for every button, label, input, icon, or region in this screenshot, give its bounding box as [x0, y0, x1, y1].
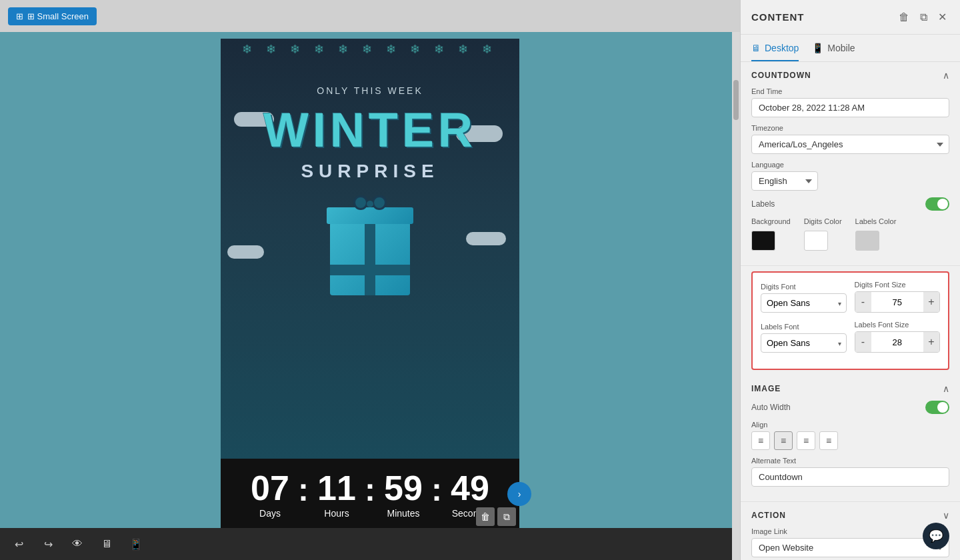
labels-font-label: Labels Font [761, 323, 847, 331]
undo-button[interactable]: ↩ [8, 533, 29, 555]
cloud-right-bottom [466, 232, 506, 245]
digits-font-size-increment[interactable]: + [923, 292, 939, 312]
bow-left [353, 195, 368, 210]
action-chevron-icon[interactable]: ∨ [943, 510, 949, 521]
align-row: Align ≡ ≡ ≡ ≡ [751, 421, 949, 450]
align-right-button[interactable]: ≡ [797, 431, 815, 450]
labels-font-size-col: Labels Font Size - 28 + [855, 321, 941, 353]
labels-font-size-value: 28 [871, 337, 924, 347]
duplicate-button[interactable]: ⧉ [497, 507, 516, 526]
tab-desktop[interactable]: 🖥 Desktop [751, 43, 799, 61]
small-screen-label: ⊞ Small Screen [27, 11, 89, 21]
mobile-view-button[interactable]: 📱 [125, 533, 147, 555]
countdown-bar: 07 Days : 11 Hours : 59 Minutes : 49 Sec… [221, 459, 519, 529]
image-section: IMAGE ∧ Auto Width Align ≡ ≡ ≡ ≡ Al [741, 375, 960, 502]
font-section: Digits Font Open Sans ▾ Digits Font Size… [751, 271, 949, 370]
small-screen-button[interactable]: ⊞ ⊞ Small Screen [8, 7, 97, 25]
mobile-tab-label: Mobile [827, 43, 855, 53]
labels-toggle[interactable] [925, 197, 949, 211]
small-screen-icon: ⊞ [16, 11, 23, 21]
countdown-days: 07 Days [243, 471, 297, 519]
font-section-wrapper: Digits Font Open Sans ▾ Digits Font Size… [741, 266, 960, 375]
gift-bow [353, 195, 387, 215]
gift-body [330, 222, 410, 295]
digits-font-size-label: Digits Font Size [855, 281, 941, 289]
close-panel-button[interactable]: ✕ [935, 9, 949, 25]
scroll-indicator[interactable]: › [507, 482, 531, 506]
align-justify-button[interactable]: ≡ [819, 431, 838, 450]
canvas-area: ONLY THIS WEEK WINTER SURPRISE [0, 32, 740, 560]
image-section-header: IMAGE ∧ [751, 383, 949, 394]
labels-font-select-wrap: Open Sans ▾ [761, 333, 847, 353]
days-label: Days [259, 508, 281, 519]
timezone-select[interactable]: America/Los_Angeles [751, 135, 949, 154]
align-center-button[interactable]: ≡ [774, 431, 793, 450]
chat-bubble-button[interactable]: 💬 [923, 523, 949, 549]
countdown-section-title: COUNTDOWN [751, 71, 811, 80]
seconds-digit: 49 [451, 471, 489, 505]
image-link-select[interactable]: Open Website [751, 538, 949, 557]
labels-font-col: Labels Font Open Sans ▾ [761, 323, 847, 353]
countdown-numbers: 07 Days : 11 Hours : 59 Minutes : 49 Sec… [234, 471, 506, 519]
digits-font-select-wrap: Open Sans ▾ [761, 293, 847, 313]
end-time-row: End Time [751, 87, 949, 117]
background-color-field: Background [751, 217, 791, 251]
duplicate-panel-button[interactable]: ⧉ [917, 10, 930, 25]
labels-color-label: Labels Color [855, 217, 897, 225]
align-left-button[interactable]: ≡ [751, 431, 770, 450]
panel-content: COUNTDOWN ∧ End Time Timezone America/Lo… [741, 62, 960, 560]
image-chevron-icon[interactable]: ∧ [943, 383, 949, 394]
language-label: Language [751, 161, 949, 169]
end-time-input[interactable] [751, 98, 949, 117]
digits-font-size-decrement[interactable]: - [855, 292, 871, 312]
redo-button[interactable]: ↪ [37, 533, 59, 555]
right-panel: CONTENT 🗑 ⧉ ✕ 🖥 Desktop 📱 Mobile COUNTDO… [740, 0, 960, 560]
timezone-label: Timezone [751, 124, 949, 132]
snowflake-decoration [221, 39, 519, 92]
countdown-chevron-icon[interactable]: ∧ [943, 70, 949, 81]
winter-text: WINTER [263, 103, 477, 157]
top-bar: ⊞ ⊞ Small Screen [0, 0, 740, 32]
separator-2: : [365, 471, 375, 519]
bottom-toolbar: ↩ ↪ 👁 🖥 📱 [0, 528, 740, 560]
digits-font-select[interactable]: Open Sans [761, 293, 847, 313]
digits-color-swatch[interactable] [804, 231, 828, 251]
digits-color-field: Digits Color [804, 217, 842, 251]
minutes-digit: 59 [384, 471, 423, 505]
labels-font-select[interactable]: Open Sans [761, 333, 847, 353]
digits-font-row: Digits Font Open Sans ▾ Digits Font Size… [761, 281, 940, 313]
auto-width-toggle[interactable] [925, 401, 949, 414]
countdown-hours: 11 Hours [310, 471, 363, 519]
panel-scroll-thumb [733, 80, 739, 120]
tab-mobile[interactable]: 📱 Mobile [812, 43, 855, 61]
language-select[interactable]: English [751, 171, 818, 191]
image-link-row: Image Link Open Website [751, 527, 949, 557]
gift-box [323, 195, 417, 295]
labels-font-row: Labels Font Open Sans ▾ Labels Font Size… [761, 321, 940, 353]
separator-3: : [431, 471, 442, 519]
labels-font-size-decrement[interactable]: - [855, 332, 871, 352]
panel-header-icons: 🗑 ⧉ ✕ [896, 9, 949, 25]
countdown-action-buttons: 🗑 ⧉ [476, 507, 516, 526]
cloud-left-bottom [227, 245, 264, 259]
delete-button[interactable]: 🗑 [476, 507, 495, 526]
desktop-tab-label: Desktop [765, 43, 799, 53]
delete-panel-button[interactable]: 🗑 [896, 10, 912, 25]
digits-font-size-col: Digits Font Size - 75 + [855, 281, 941, 313]
labels-font-size-increment[interactable]: + [923, 332, 939, 352]
panel-title: CONTENT [751, 11, 805, 23]
digits-font-label: Digits Font [761, 283, 847, 291]
mobile-icon: 📱 [812, 43, 823, 53]
labels-color-field: Labels Color [855, 217, 897, 251]
countdown-section-header: COUNTDOWN ∧ [751, 70, 949, 81]
hours-digit: 11 [317, 471, 356, 505]
alt-text-input[interactable] [751, 467, 949, 487]
poster-top: ONLY THIS WEEK WINTER SURPRISE [221, 39, 519, 459]
labels-color-swatch[interactable] [855, 231, 879, 251]
preview-button[interactable]: 👁 [67, 533, 88, 555]
surprise-text: SURPRISE [301, 161, 439, 182]
desktop-view-button[interactable]: 🖥 [96, 533, 117, 555]
gift-ribbon-vertical [365, 222, 375, 295]
desktop-icon: 🖥 [751, 43, 761, 53]
background-swatch[interactable] [751, 231, 775, 251]
